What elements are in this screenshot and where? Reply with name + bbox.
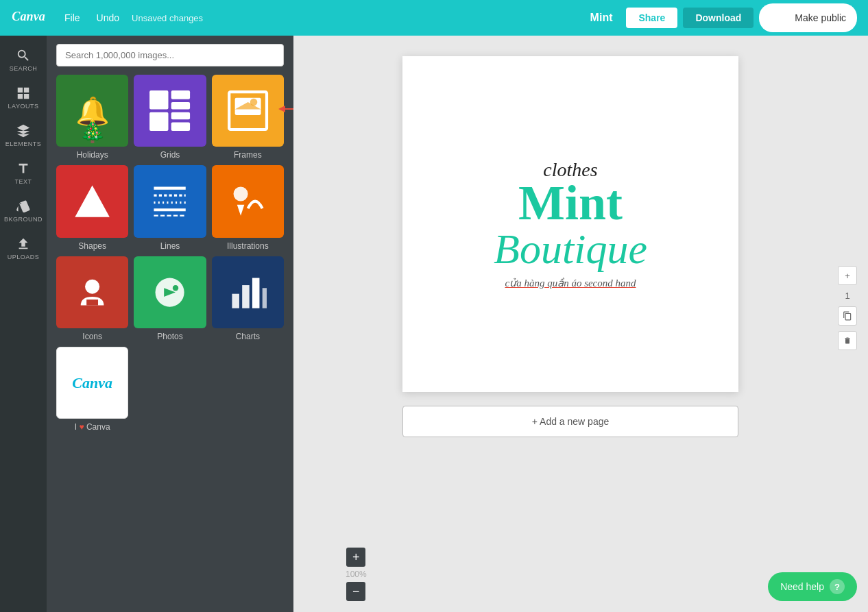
download-button[interactable]: Download xyxy=(683,8,754,28)
copy-page-button[interactable] xyxy=(838,306,857,326)
grid-item-charts[interactable]: Charts xyxy=(212,256,284,341)
grid-item-illustrations[interactable]: Illustrations xyxy=(212,165,284,250)
sidebar-item-uploads[interactable]: UPLOADS xyxy=(3,230,44,267)
grid-item-lines[interactable]: Lines xyxy=(134,165,206,250)
search-bar-wrap: 2 xyxy=(47,36,293,72)
svg-marker-14 xyxy=(75,186,110,217)
grid-label-holidays: Holidays xyxy=(77,150,108,160)
background-icon xyxy=(16,199,31,214)
grid-label-icons: Icons xyxy=(82,332,102,341)
photos-thumb-icon xyxy=(148,271,191,314)
sidebar-item-background[interactable]: BKGROUND xyxy=(3,192,44,230)
panel: 2 🔔 🎄 Holidays xyxy=(47,36,293,612)
delete-page-button[interactable] xyxy=(838,331,857,350)
grid-label-frames: Frames xyxy=(234,150,262,160)
nav-undo[interactable]: Undo xyxy=(90,8,126,27)
illustrations-thumb-icon xyxy=(226,180,269,223)
sidebar-label-search: SEARCH xyxy=(10,65,38,72)
grid-label-photos: Photos xyxy=(157,332,182,341)
topbar: Canva File Undo Unsaved changes Mint Sha… xyxy=(0,0,868,36)
svg-point-24 xyxy=(173,285,178,291)
canvas-text-sub: cửa hàng quần áo second hand xyxy=(505,277,636,289)
svg-rect-22 xyxy=(86,299,98,305)
svg-rect-3 xyxy=(149,90,168,109)
make-public-label: Make public xyxy=(795,12,846,23)
svg-rect-25 xyxy=(232,293,239,308)
grid-item-canva[interactable]: Canva I ♥ Canva xyxy=(56,347,128,432)
grid-section: 🔔 🎄 Holidays xyxy=(47,72,293,434)
mint-button[interactable]: Mint xyxy=(582,8,621,28)
sidebar-item-elements[interactable]: ELEMENTS xyxy=(3,117,44,154)
canvas-area: clothes Mint Boutique cửa hàng quần áo s… xyxy=(293,36,868,612)
need-help-button[interactable]: Need help ? xyxy=(768,572,857,601)
search-icon xyxy=(16,48,31,63)
topbar-right: Mint Share Download Make public xyxy=(582,3,857,32)
sidebar-label-uploads: UPLOADS xyxy=(8,254,40,260)
svg-rect-28 xyxy=(262,288,266,308)
sidebar-item-search[interactable]: SEARCH xyxy=(3,41,44,79)
canvas-wrap: clothes Mint Boutique cửa hàng quần áo s… xyxy=(402,56,738,437)
grids-thumb-icon xyxy=(148,89,191,132)
grid-item-shapes[interactable]: Shapes xyxy=(56,165,128,250)
zoom-in-right-button[interactable]: + xyxy=(838,266,857,285)
svg-rect-6 xyxy=(171,112,190,120)
shapes-thumb-icon xyxy=(71,180,114,223)
main-area: SEARCH LAYOUTS ELEMENTS TEXT xyxy=(0,36,868,612)
svg-rect-7 xyxy=(149,112,168,131)
icons-thumb-icon xyxy=(71,271,114,314)
right-controls: + 1 xyxy=(838,266,857,350)
need-help-label: Need help xyxy=(780,581,824,592)
unsaved-changes: Unsaved changes xyxy=(132,8,203,27)
zoom-level: 100% xyxy=(346,568,367,580)
elements-icon xyxy=(16,123,31,138)
sidebar-item-text[interactable]: TEXT xyxy=(3,154,44,192)
svg-point-20 xyxy=(233,187,248,201)
canvas-page[interactable]: clothes Mint Boutique cửa hàng quần áo s… xyxy=(402,56,738,392)
sidebar-label-background: BKGROUND xyxy=(4,216,43,223)
add-page-button[interactable]: + Add a new page xyxy=(402,406,738,437)
svg-text:Canva: Canva xyxy=(12,10,45,23)
zoom-controls: + 100% − xyxy=(346,548,367,601)
frames-thumb-icon xyxy=(226,89,269,132)
zoom-out-button[interactable]: − xyxy=(346,582,365,601)
grid-item-icons[interactable]: Icons xyxy=(56,256,128,341)
sidebar-label-elements: ELEMENTS xyxy=(5,140,42,147)
canva-logo[interactable]: Canva xyxy=(11,5,47,30)
search-input[interactable] xyxy=(56,44,284,66)
svg-rect-8 xyxy=(171,123,190,132)
zoom-in-button[interactable]: + xyxy=(346,548,365,567)
grid-label-shapes: Shapes xyxy=(78,241,106,251)
topbar-nav: File Undo Unsaved changes xyxy=(58,8,571,27)
grid-item-frames[interactable]: Frames 1 xyxy=(212,75,284,160)
svg-point-11 xyxy=(250,99,257,106)
lines-thumb-icon xyxy=(148,180,191,223)
avatar xyxy=(770,8,789,27)
svg-rect-26 xyxy=(242,285,250,308)
layouts-icon xyxy=(16,86,31,101)
text-icon xyxy=(16,161,31,176)
svg-point-21 xyxy=(85,279,99,293)
make-public-button[interactable]: Make public xyxy=(759,3,857,32)
sidebar-label-layouts: LAYOUTS xyxy=(8,103,39,110)
grid-label-grids: Grids xyxy=(160,150,180,160)
nav-file[interactable]: File xyxy=(58,8,87,27)
trash-icon xyxy=(843,336,852,345)
svg-rect-5 xyxy=(171,102,190,110)
grid-label-canva: I ♥ Canva xyxy=(75,422,110,432)
grid-label-illustrations: Illustrations xyxy=(227,241,269,251)
grid-item-holidays[interactable]: 🔔 🎄 Holidays xyxy=(56,75,128,160)
grid-label-lines: Lines xyxy=(160,241,180,251)
grid-item-photos[interactable]: Photos xyxy=(134,256,206,341)
canvas-text-mint: Mint xyxy=(518,178,623,228)
page-number: 1 xyxy=(845,291,849,301)
canva-logo-thumb: Canva xyxy=(72,374,112,392)
left-sidebar: SEARCH LAYOUTS ELEMENTS TEXT xyxy=(0,36,47,612)
grid-label-charts: Charts xyxy=(236,332,260,341)
copy-icon xyxy=(843,311,852,321)
help-icon: ? xyxy=(830,579,845,594)
share-button[interactable]: Share xyxy=(626,8,677,28)
sidebar-label-text: TEXT xyxy=(14,178,32,185)
grid-item-grids[interactable]: Grids xyxy=(134,75,206,160)
charts-thumb-icon xyxy=(226,271,269,314)
sidebar-item-layouts[interactable]: LAYOUTS xyxy=(3,79,44,117)
